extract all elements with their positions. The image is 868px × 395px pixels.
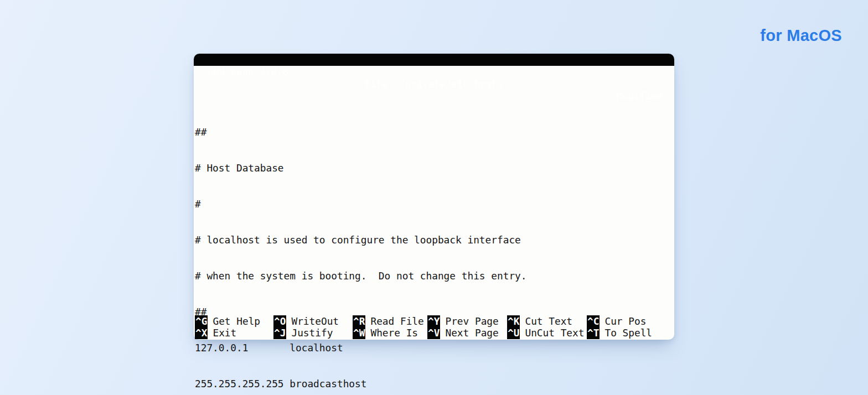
menu-label: To Spell [600, 327, 652, 339]
menu-item-to-spell[interactable]: ^TTo Spell [587, 327, 674, 339]
editor-line-text: 255.255.255.255 broadcasthost [195, 378, 366, 389]
menu-label: Exit [208, 327, 236, 339]
menu-label: Justify [286, 327, 333, 339]
menu-label: Cut Text [520, 315, 572, 327]
menu-item-read-file[interactable]: ^RRead File [353, 315, 427, 328]
ctrl-v-key: ^V [427, 327, 440, 339]
menu-item-uncut-text[interactable]: ^UUnCut Text [507, 327, 587, 339]
menu-item-get-help[interactable]: ^GGet Help [195, 315, 273, 328]
ctrl-w-key: ^W [353, 327, 365, 339]
menu-item-cut-text[interactable]: ^KCut Text [507, 315, 587, 328]
menu-item-where-is[interactable]: ^WWhere Is [353, 327, 427, 339]
menu-item-cur-pos[interactable]: ^CCur Pos [587, 315, 674, 328]
for-macos-label: for MacOS [760, 27, 842, 45]
menu-label: Next Page [440, 327, 498, 339]
editor-line-text: # [195, 198, 201, 210]
menu-item-writeout[interactable]: ^OWriteOut [273, 315, 353, 328]
ctrl-x-key: ^X [195, 327, 208, 339]
editor-line-text: ## [195, 126, 206, 138]
ctrl-t-key: ^T [587, 327, 600, 339]
ctrl-r-key: ^R [353, 315, 365, 328]
menu-item-next-page[interactable]: ^VNext Page [427, 327, 507, 339]
menu-item-justify[interactable]: ^JJustify [273, 327, 353, 339]
menu-label: WriteOut [286, 315, 339, 327]
ctrl-j-key: ^J [273, 327, 286, 339]
ctrl-k-key: ^K [507, 315, 520, 328]
editor-line-localhost: 127.0.0.1 localhost [194, 342, 674, 354]
editor-line: # Host Database [194, 162, 674, 174]
menu-item-prev-page[interactable]: ^YPrev Page [427, 315, 507, 328]
ctrl-o-key: ^O [273, 315, 286, 328]
shortcut-row-1: ^GGet Help ^OWriteOut ^RRead File ^YPrev… [194, 315, 674, 328]
editor-line-text: 127.0.0.1 localhost [195, 342, 343, 354]
editor-line-text: # localhost is used to configure the loo… [195, 234, 521, 246]
menu-label: Read File [365, 315, 423, 327]
menu-label: UnCut Text [520, 327, 584, 339]
editor-line: # [194, 198, 674, 210]
menu-label: Where Is [365, 327, 418, 339]
hosts-file-editor[interactable]: ## # Host Database # # localhost is used… [194, 66, 674, 395]
editor-line: # localhost is used to configure the loo… [194, 234, 674, 246]
menu-label: Get Help [208, 315, 260, 327]
ctrl-u-key: ^U [507, 327, 520, 339]
nano-titlebar: GNU nano 2.0.6 File: /private/etc/hosts … [194, 54, 674, 66]
shortcut-row-2: ^XExit ^JJustify ^WWhere Is ^VNext Page … [194, 327, 674, 339]
editor-line [194, 90, 674, 102]
editor-line-text: # Host Database [195, 162, 284, 174]
terminal-window: GNU nano 2.0.6 File: /private/etc/hosts … [194, 54, 674, 340]
editor-line-text: # when the system is booting. Do not cha… [195, 270, 527, 282]
ctrl-g-key: ^G [195, 315, 208, 328]
ctrl-c-key: ^C [587, 315, 600, 328]
editor-line-broadcasthost: 255.255.255.255 broadcasthost [194, 378, 674, 390]
ctrl-y-key: ^Y [427, 315, 440, 328]
menu-label: Cur Pos [600, 315, 646, 327]
menu-item-exit[interactable]: ^XExit [195, 327, 273, 339]
nano-shortcut-menu: ^GGet Help ^OWriteOut ^RRead File ^YPrev… [194, 315, 674, 339]
editor-line: # when the system is booting. Do not cha… [194, 270, 674, 282]
editor-line: ## [194, 126, 674, 138]
menu-label: Prev Page [440, 315, 498, 327]
